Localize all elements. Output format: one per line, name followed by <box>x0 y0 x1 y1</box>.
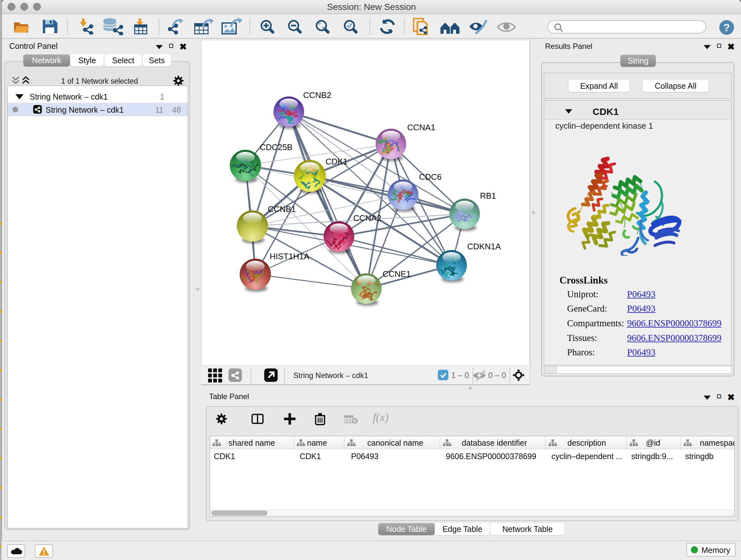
svg-text:CCNA2: CCNA2 <box>353 213 381 223</box>
svg-text:CCNB1: CCNB1 <box>268 204 296 214</box>
svg-text:CCNB2: CCNB2 <box>303 90 331 100</box>
svg-text:CDK1: CDK1 <box>326 157 347 166</box>
svg-text:CDKN1A: CDKN1A <box>467 242 501 251</box>
svg-text:CDC25B: CDC25B <box>260 142 293 152</box>
svg-text:HIST1H1A: HIST1H1A <box>270 252 310 261</box>
svg-text:CCNA1: CCNA1 <box>407 123 435 132</box>
svg-text:CCNE1: CCNE1 <box>383 269 411 279</box>
svg-text:CDC6: CDC6 <box>419 172 442 182</box>
svg-text:RB1: RB1 <box>480 191 496 200</box>
